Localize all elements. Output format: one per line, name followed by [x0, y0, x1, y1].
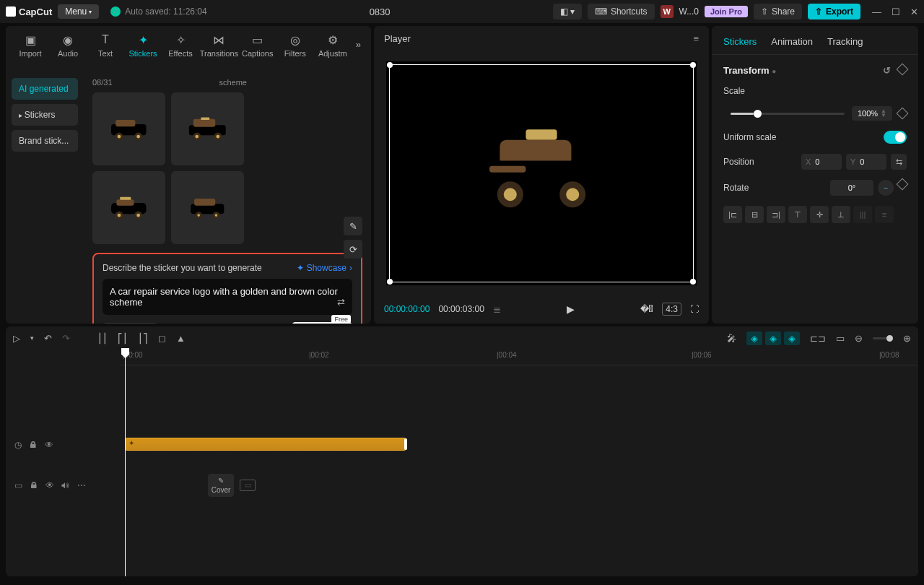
- canvas[interactable]: [386, 61, 697, 285]
- clip-handle[interactable]: [404, 438, 407, 450]
- undo-button[interactable]: ↶: [44, 333, 52, 344]
- tab-inspector-animation[interactable]: Animation: [771, 36, 813, 47]
- rotate-keyframe[interactable]: [897, 178, 909, 191]
- zoom-in[interactable]: ⊕: [903, 333, 911, 344]
- tab-filters[interactable]: ◎Filters: [278, 30, 313, 61]
- list-icon[interactable]: ≣: [493, 304, 501, 315]
- sticker-item-4[interactable]: [171, 171, 244, 244]
- cover-button[interactable]: ✎ Cover: [208, 474, 234, 497]
- mic-icon[interactable]: 🎤︎: [727, 333, 736, 344]
- tabs-more[interactable]: »: [353, 30, 364, 58]
- timeline-clip[interactable]: ✦: [125, 438, 406, 451]
- zoom-slider[interactable]: [873, 337, 893, 339]
- track-lock-icon[interactable]: 🔒︎: [30, 480, 38, 490]
- handle-br[interactable]: [690, 279, 696, 285]
- trim-left-tool[interactable]: ⎡⎮: [118, 333, 128, 344]
- uniform-toggle[interactable]: [884, 131, 907, 144]
- shortcuts-button[interactable]: ⌨ Shortcuts: [588, 4, 655, 20]
- playhead[interactable]: [125, 350, 126, 576]
- showcase-link[interactable]: ✦ Showcase ›: [297, 263, 352, 273]
- tab-adjustment[interactable]: ⚙Adjustm: [315, 30, 350, 61]
- track-lock-icon[interactable]: 🔒︎: [29, 440, 38, 450]
- align-bottom[interactable]: ⊥: [832, 206, 850, 223]
- aspect-button[interactable]: ◧ ▾: [553, 4, 582, 20]
- tab-effects[interactable]: ✧Effects: [163, 30, 198, 61]
- scale-value[interactable]: 100%▲▼: [852, 106, 892, 121]
- track-video-icon[interactable]: ▭: [14, 480, 22, 490]
- side-tab-ai[interactable]: AI generated: [12, 78, 78, 100]
- pointer-tool[interactable]: ▷: [13, 333, 20, 344]
- menu-button[interactable]: Menu▾: [58, 4, 99, 19]
- position-x[interactable]: X0: [801, 154, 842, 170]
- play-button[interactable]: ▶: [567, 303, 575, 315]
- side-tab-stickers[interactable]: Stickers: [12, 104, 78, 126]
- tab-audio[interactable]: ◉Audio: [51, 30, 85, 61]
- video-placeholder[interactable]: ▭: [240, 480, 256, 491]
- position-y[interactable]: Y0: [846, 154, 886, 170]
- scale-keyframe[interactable]: [897, 108, 909, 120]
- sticker-item-2[interactable]: [171, 92, 244, 165]
- cut-icon[interactable]: ⊏⊐: [810, 333, 826, 344]
- sticker-item-3[interactable]: [92, 171, 165, 244]
- edit-sticker-button[interactable]: ✎: [344, 217, 362, 235]
- distribute-h[interactable]: |||: [853, 206, 872, 223]
- player-menu-icon[interactable]: ≡: [693, 33, 699, 44]
- tab-import[interactable]: ▣Import: [13, 30, 48, 61]
- shuffle-icon[interactable]: ⇄: [337, 297, 345, 308]
- snap-1[interactable]: ◈: [746, 332, 762, 345]
- sticker-item-1[interactable]: [92, 92, 165, 165]
- pointer-dropdown[interactable]: ▾: [30, 334, 34, 342]
- scale-slider[interactable]: [731, 113, 845, 115]
- close-button[interactable]: ✕: [910, 6, 918, 17]
- refresh-sticker-button[interactable]: ⟳: [344, 240, 362, 259]
- tab-transitions[interactable]: ⋈Transitions: [201, 30, 237, 61]
- track-audio-icon[interactable]: 🔊︎: [61, 480, 70, 490]
- share-button[interactable]: ⇧ Share: [754, 4, 802, 20]
- zoom-out[interactable]: ⊖: [855, 333, 863, 344]
- canvas-sticker[interactable]: [476, 126, 606, 211]
- track-more-icon[interactable]: ⋯: [77, 480, 86, 490]
- tab-captions[interactable]: ▭Captions: [240, 30, 275, 61]
- split-tool[interactable]: ⎮⎮: [97, 333, 108, 344]
- minimize-button[interactable]: —: [872, 6, 881, 17]
- align-vcenter[interactable]: ✛: [810, 206, 829, 223]
- join-pro-button[interactable]: Join Pro: [705, 6, 748, 17]
- redo-button[interactable]: ↷: [62, 333, 70, 344]
- rotate-value[interactable]: 0°: [830, 180, 873, 196]
- user-avatar[interactable]: W: [661, 5, 674, 18]
- trim-right-tool[interactable]: ⎮⎤: [138, 333, 148, 344]
- handle-tl[interactable]: [387, 62, 393, 68]
- reset-icon[interactable]: ↺: [883, 65, 891, 76]
- tab-stickers[interactable]: ✦Stickers: [126, 30, 160, 61]
- link-xy-icon[interactable]: ⇆: [891, 154, 907, 170]
- ruler[interactable]: |00:00 |00:02 |00:04 |00:06 |00:08: [121, 350, 918, 365]
- export-button[interactable]: ⇧ Export: [808, 4, 860, 20]
- keyframe-icon[interactable]: [897, 64, 909, 76]
- align-right[interactable]: ⊐|: [767, 206, 785, 223]
- adjust-button[interactable]: ⚙ Adjust: [103, 323, 158, 324]
- track-time-icon[interactable]: ◷: [14, 440, 22, 450]
- snap-3[interactable]: ◈: [784, 332, 800, 345]
- snap-2[interactable]: ◈: [765, 332, 781, 345]
- prompt-input[interactable]: A car repair service logo with a golden …: [103, 279, 352, 315]
- ratio-badge[interactable]: 4:3: [662, 303, 681, 316]
- crop-tool[interactable]: ◻: [158, 333, 166, 344]
- align-top[interactable]: ⊤: [788, 206, 807, 223]
- flip-icon[interactable]: −: [878, 180, 894, 196]
- tab-inspector-stickers[interactable]: Stickers: [723, 36, 757, 47]
- track-visible-icon[interactable]: 👁︎: [45, 440, 53, 450]
- tab-text[interactable]: TText: [88, 30, 123, 61]
- side-tab-brand[interactable]: Brand stick...: [12, 130, 78, 152]
- align-hcenter[interactable]: ⊟: [745, 206, 764, 223]
- distribute-v[interactable]: ≡: [875, 206, 894, 223]
- handle-tr[interactable]: [690, 62, 696, 68]
- maximize-button[interactable]: ☐: [892, 6, 900, 17]
- handle-bl[interactable]: [387, 279, 393, 285]
- track-visible-icon[interactable]: 👁︎: [45, 480, 54, 490]
- mirror-tool[interactable]: ▲: [176, 333, 186, 344]
- fullscreen-icon[interactable]: ⛶: [690, 304, 699, 314]
- align-left[interactable]: |⊏: [723, 206, 742, 223]
- tab-inspector-tracking[interactable]: Tracking: [827, 36, 863, 47]
- scan-icon[interactable]: �〿: [640, 304, 653, 314]
- player-viewport[interactable]: [374, 51, 709, 295]
